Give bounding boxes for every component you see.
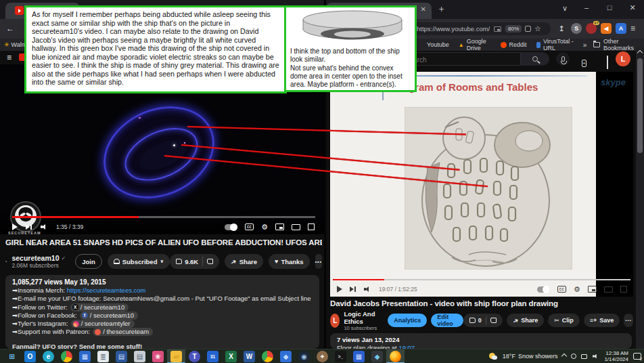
account-avatar[interactable]: L [616,51,630,66]
twitter-chip[interactable]: X/ secureteam10 [70,303,129,312]
bookmark-star-icon[interactable]: ☆ [534,24,541,33]
bronze-app-icon[interactable]: ✦ [313,349,331,363]
start-button[interactable]: ⊞ [3,349,21,363]
scrollbar-thumb[interactable] [637,58,643,153]
notifications-bell-icon[interactable] [607,56,608,69]
fullscreen-icon[interactable] [620,286,627,293]
channel-avatar[interactable]: L [330,314,340,328]
chrome-profile-icon[interactable] [258,349,277,363]
translate-icon[interactable] [525,26,531,32]
captions-icon[interactable]: CC [245,223,254,230]
minimize-icon[interactable]: – [582,3,591,12]
bookmark-item[interactable]: ▲ Google Drive [459,38,491,51]
next-icon[interactable] [350,286,356,293]
left-progress-track[interactable] [12,216,315,218]
tray-app-icon[interactable] [571,354,576,359]
calendar-app-icon[interactable]: ▦ [76,349,94,363]
right-description-box[interactable]: 7 views Jan 13, 2024 Floor plan drawing … [330,333,632,349]
tab-list-chevron-icon[interactable]: ∨ [560,4,570,13]
bookmarks-overflow-icon[interactable]: » [583,41,587,49]
like-icon[interactable] [176,259,182,264]
notification-center-icon[interactable]: 2 [633,353,641,360]
volume-icon[interactable] [364,286,371,293]
theater-mode-icon[interactable] [604,286,613,293]
pip-url-icon[interactable] [494,26,501,32]
new-tab-icon[interactable]: ＋ [437,3,446,15]
timestamp-link[interactable]: 19:07 [398,344,415,349]
browser-menu-icon[interactable]: ≡ [630,24,635,33]
save-button[interactable]: ≡+Save [584,314,620,327]
bookmark-item[interactable]: Youtube [418,41,449,48]
channel-name[interactable]: secureteam10 [12,254,59,262]
orange-extension-icon[interactable]: ◀ [601,23,612,34]
right-progress-track[interactable] [333,279,630,280]
clip-button[interactable]: ✂Clip [548,314,580,327]
bookmark-item[interactable]: Reddit [501,41,527,48]
more-actions-button[interactable]: ••• [624,314,633,327]
settings-gear-icon[interactable]: ⚙ [261,223,268,232]
tray-volume-icon[interactable] [593,354,599,359]
close-icon[interactable]: ✕ [628,3,637,12]
file-explorer-icon[interactable]: ▱ [167,349,185,363]
scrollbar[interactable] [636,47,644,349]
edit-video-button[interactable]: Edit video [431,314,463,327]
instagram-chip[interactable]: / secureteamtyler [71,320,135,328]
tray-expand-icon[interactable] [561,354,567,359]
word-icon[interactable]: W [240,349,258,363]
miniplayer-icon[interactable] [275,223,284,230]
share-page-icon[interactable]: ↥ [556,23,567,34]
channel-avatar[interactable] [5,253,7,270]
document-icon[interactable]: ▤ [131,349,149,363]
clock[interactable]: 12:38 AM1/14/2024 [604,350,628,362]
join-button[interactable]: Join [75,254,102,269]
facebook-chip[interactable]: f/ secureteam10 [80,312,138,320]
settings-gear-icon[interactable]: ⚙ [574,285,580,294]
share-button[interactable]: ➔Share [507,314,544,327]
share-button[interactable]: ➔ Share [225,254,263,269]
channel-name[interactable]: Logic And Ethics [344,310,380,325]
analytics-button[interactable]: Analytics [388,314,427,327]
tile-app-icon[interactable]: ▦ [350,349,368,363]
autoplay-toggle[interactable] [225,224,237,230]
translate-extension-icon[interactable]: A [616,23,626,34]
left-description-box[interactable]: 1,085,277 views May 19, 2015 ➡Insomnia M… [5,275,319,349]
more-actions-button[interactable]: ••• [315,254,322,269]
bookmark-item[interactable]: VirusTotal - URL [536,38,575,51]
wordpad-icon[interactable]: ▤ [112,349,131,363]
scroll-up-icon[interactable] [637,50,643,56]
theater-mode-icon[interactable] [292,224,300,230]
tab-close-icon[interactable]: ✕ [421,5,426,13]
mic-button[interactable] [556,52,570,66]
excel-icon[interactable]: X [222,349,240,363]
next-icon[interactable] [26,223,32,230]
back-icon[interactable]: ← [6,24,14,33]
photos-icon[interactable]: ❀ [149,349,167,363]
notepad-icon[interactable]: ≣ [94,349,112,363]
blue-app-icon[interactable]: ◆ [277,349,295,363]
edge-icon[interactable]: e [39,349,58,363]
search-button[interactable] [521,52,549,66]
like-icon[interactable] [469,318,476,323]
weather-text[interactable]: 18°FSnow showers [503,353,558,360]
patreon-chip[interactable]: / thesecureteam [93,328,153,336]
extension-s-icon[interactable]: S [571,23,582,34]
virtualbox-icon[interactable]: ◆ [368,349,386,363]
address-bar[interactable]: https://www.youtube.com/wa 80% ☆ [403,22,551,35]
play-icon[interactable] [337,286,342,293]
dislike-icon[interactable] [207,259,213,264]
shield-extension-icon[interactable]: 97 [586,23,597,34]
todo-calendar-icon[interactable]: 31 [204,349,222,363]
merch-link[interactable]: https://secureteamtees.com [67,286,146,294]
dislike-icon[interactable] [490,318,497,323]
right-video-player[interactable]: Diagram of Rooms and Tables skype [330,72,633,297]
autoplay-toggle[interactable] [537,286,550,293]
terminal-icon[interactable]: >_ [331,349,350,363]
firefox-icon[interactable] [386,349,405,363]
menu-icon[interactable]: ≡ [7,53,12,62]
zoom-badge[interactable]: 80% [505,25,522,33]
fullscreen-icon[interactable] [308,223,315,230]
outlook-icon[interactable]: O [21,349,39,363]
subscribed-button[interactable]: Subscribed ∨ [108,254,170,269]
maximize-icon[interactable]: □ [605,3,614,12]
chrome-icon[interactable] [58,349,76,363]
